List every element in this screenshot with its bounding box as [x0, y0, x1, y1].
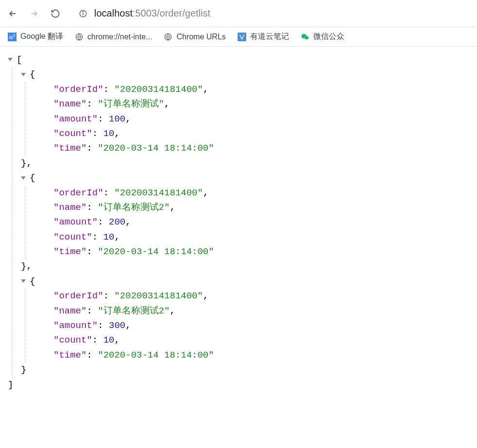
url-port: :5003 [133, 8, 157, 18]
bookmark-label: 有道云笔记 [250, 32, 289, 42]
json-property: "time": "2020-03-14 18:14:00" [34, 141, 469, 155]
forward-button[interactable] [25, 5, 43, 22]
youdao-icon [238, 33, 246, 41]
bookmark-label: Google 翻译 [20, 32, 63, 42]
json-object-close: } [21, 362, 469, 377]
json-array-open: [ [8, 52, 469, 67]
json-property: "orderId": "20200314181400", [34, 186, 469, 200]
wechat-icon [301, 33, 309, 41]
json-object-close: }, [21, 259, 469, 274]
bookmark-youdao[interactable]: 有道云笔记 [238, 32, 289, 42]
bookmarks-bar: G文 Google 翻译 chrome://net-inte... Chrome… [0, 27, 477, 47]
json-property: "name": "订单名称测试2", [34, 200, 469, 215]
google-translate-icon: G文 [8, 33, 17, 41]
json-property: "amount": 300, [34, 318, 469, 333]
toggle-icon[interactable] [8, 58, 13, 61]
json-property: "amount": 200, [34, 215, 469, 229]
reload-button[interactable] [47, 5, 64, 22]
url-text: localhost:5003/order/getlist [94, 8, 210, 19]
svg-point-10 [304, 35, 308, 39]
bookmark-label: Chrome URLs [176, 33, 225, 41]
arrow-right-icon [29, 9, 39, 18]
json-object-open: { [21, 67, 469, 82]
globe-icon [164, 33, 172, 41]
back-button[interactable] [4, 5, 21, 22]
json-property: "count": 10, [34, 126, 469, 141]
url-bar[interactable]: localhost:5003/order/getlist [72, 4, 473, 23]
json-property: "time": "2020-03-14 18:14:00" [34, 348, 469, 362]
toggle-icon[interactable] [21, 176, 26, 180]
json-property: "time": "2020-03-14 18:14:00" [34, 244, 469, 259]
svg-rect-8 [238, 33, 246, 41]
info-icon[interactable] [79, 9, 87, 18]
toggle-icon[interactable] [21, 279, 26, 283]
bookmark-chrome-urls[interactable]: Chrome URLs [164, 33, 225, 41]
json-property: "count": 10, [34, 333, 469, 347]
url-path: /order/getlist [157, 8, 210, 18]
bookmark-google-translate[interactable]: G文 Google 翻译 [8, 32, 63, 42]
json-property: "count": 10, [34, 230, 469, 244]
json-array-close: ] [8, 378, 469, 392]
json-object-close: }, [21, 156, 469, 171]
json-viewer: [ { "orderId": "20200314181400", "name":… [0, 47, 477, 398]
url-host: localhost [94, 8, 133, 18]
json-property: "name": "订单名称测试", [34, 97, 469, 111]
json-property: "name": "订单名称测试2", [34, 304, 469, 318]
browser-nav-bar: localhost:5003/order/getlist [0, 0, 477, 27]
json-object-open: { [21, 274, 469, 289]
bookmark-label: 微信公众 [313, 32, 344, 42]
json-property: "orderId": "20200314181400", [34, 82, 469, 97]
json-object-open: { [21, 171, 469, 185]
bookmark-wechat[interactable]: 微信公众 [301, 32, 344, 42]
bookmark-label: chrome://net-inte... [87, 33, 152, 41]
bookmark-chrome-net[interactable]: chrome://net-inte... [75, 33, 152, 41]
globe-icon [75, 33, 84, 41]
json-property: "orderId": "20200314181400", [34, 289, 469, 303]
svg-point-2 [83, 11, 83, 12]
toggle-icon[interactable] [21, 73, 26, 76]
svg-text:文: 文 [13, 34, 16, 37]
reload-icon [51, 9, 60, 18]
arrow-left-icon [8, 9, 17, 18]
json-property: "amount": 100, [34, 112, 469, 126]
